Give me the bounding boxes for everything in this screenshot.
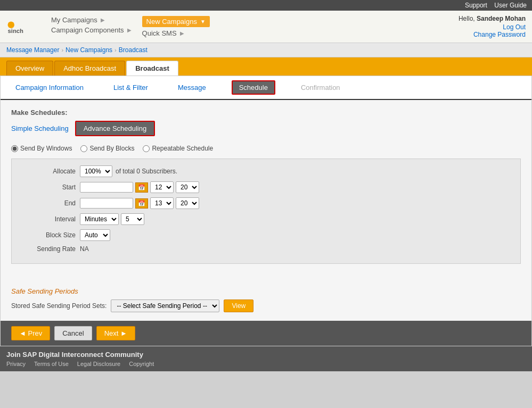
stored-label: Stored Safe Sending Period Sets: bbox=[11, 302, 107, 310]
start-date-field[interactable]: 23 May 2018 bbox=[80, 182, 133, 193]
end-row: End 23 May 2018 📅 131214 200510 bbox=[22, 197, 510, 209]
safe-sending-row: Stored Safe Sending Period Sets: -- Sele… bbox=[11, 299, 521, 312]
view-button[interactable]: View bbox=[224, 299, 253, 312]
nav-my-campaigns[interactable]: My Campaigns ▶ bbox=[51, 16, 132, 24]
start-hour-select[interactable]: 12121314 bbox=[150, 181, 174, 193]
user-guide-link[interactable]: User Guide bbox=[494, 2, 527, 9]
end-min-select[interactable]: 200510 bbox=[176, 197, 199, 209]
end-calendar-icon[interactable]: 📅 bbox=[135, 198, 148, 209]
step-campaign-information[interactable]: Campaign Information bbox=[11, 81, 88, 94]
total-subscribers: of total 0 Subscribers. bbox=[116, 168, 177, 175]
allocate-label: Allocate bbox=[22, 168, 76, 175]
footer: Join SAP Digital Interconnect Community … bbox=[0, 346, 532, 371]
nav-new-campaigns[interactable]: New Campaigns ▼ bbox=[142, 16, 210, 27]
schedule-form-rows: Allocate 100% 75% 50% 25% of total 0 Sub… bbox=[11, 159, 521, 264]
start-label: Start bbox=[22, 184, 76, 191]
end-label: End bbox=[22, 199, 76, 207]
footer-title: Join SAP Digital Interconnect Community bbox=[6, 351, 526, 359]
breadcrumb: Message Manager › New Campaigns › Broadc… bbox=[0, 43, 532, 57]
tab-overview[interactable]: Overview bbox=[6, 61, 53, 76]
breadcrumb-new-campaigns[interactable]: New Campaigns bbox=[66, 46, 112, 54]
footer-copyright-link[interactable]: Copyright bbox=[129, 361, 154, 367]
nav-campaign-components[interactable]: Campaign Components ▶ bbox=[51, 26, 132, 34]
block-size-select[interactable]: Auto1005001000 bbox=[80, 229, 110, 241]
dropdown-icon: ▼ bbox=[200, 19, 206, 24]
safe-sending-select[interactable]: -- Select Safe Sending Period -- bbox=[111, 299, 219, 312]
end-date-input: 23 May 2018 📅 131214 200510 bbox=[80, 197, 199, 209]
safe-sending-section: Safe Sending Periods Stored Safe Sending… bbox=[1, 281, 531, 321]
interval-value-select[interactable]: 5101530 bbox=[121, 213, 144, 225]
sending-rate-value: NA bbox=[80, 245, 89, 253]
user-name: Sandeep Mohan bbox=[477, 15, 526, 22]
step-message[interactable]: Message bbox=[174, 81, 210, 94]
nav-quick-sms[interactable]: Quick SMS ▶ bbox=[142, 29, 210, 37]
simple-scheduling-link[interactable]: Simple Scheduling bbox=[11, 124, 69, 132]
next-button[interactable]: Next ► bbox=[96, 326, 135, 340]
schedule-buttons: Simple Scheduling Advance Scheduling bbox=[11, 121, 521, 136]
top-bar: Support User Guide bbox=[0, 0, 532, 11]
step-list-filter[interactable]: List & Filter bbox=[109, 81, 152, 94]
change-password-link[interactable]: Change Password bbox=[459, 31, 526, 38]
end-date-field[interactable]: 23 May 2018 bbox=[80, 198, 133, 209]
prev-button[interactable]: ◄ Prev bbox=[11, 326, 50, 340]
footer-privacy-link[interactable]: Privacy bbox=[6, 361, 26, 367]
end-hour-select[interactable]: 131214 bbox=[150, 197, 174, 209]
arrow-icon: ▶ bbox=[101, 17, 105, 23]
sending-rate-label: Sending Rate bbox=[22, 245, 76, 253]
interval-row: Interval MinutesHoursDays 5101530 bbox=[22, 213, 510, 225]
allocate-select[interactable]: 100% 75% 50% 25% bbox=[80, 165, 112, 177]
tab-adhoc-broadcast[interactable]: Adhoc Broadcast bbox=[54, 61, 125, 76]
svg-point-0 bbox=[8, 21, 15, 28]
interval-label: Interval bbox=[22, 215, 76, 223]
start-min-select[interactable]: 20051015 bbox=[176, 181, 199, 193]
footer-terms-link[interactable]: Terms of Use bbox=[34, 361, 69, 367]
footer-links: Privacy Terms of Use Legal Disclosure Co… bbox=[6, 361, 526, 367]
footer-legal-link[interactable]: Legal Disclosure bbox=[77, 361, 120, 367]
form-area: Make Schedules: Simple Scheduling Advanc… bbox=[1, 100, 531, 281]
action-buttons: ◄ Prev Cancel Next ► bbox=[1, 321, 531, 346]
step-tabs: Campaign Information List & Filter Messa… bbox=[1, 76, 531, 100]
cancel-button[interactable]: Cancel bbox=[54, 326, 92, 340]
breadcrumb-broadcast[interactable]: Broadcast bbox=[119, 46, 148, 54]
support-link[interactable]: Support bbox=[465, 2, 487, 9]
sending-rate-row: Sending Rate NA bbox=[22, 245, 510, 253]
step-schedule[interactable]: Schedule bbox=[232, 80, 275, 95]
safe-sending-title: Safe Sending Periods bbox=[11, 287, 521, 295]
allocate-row: Allocate 100% 75% 50% 25% of total 0 Sub… bbox=[22, 165, 510, 177]
step-confirmation[interactable]: Confirmation bbox=[297, 81, 345, 94]
radio-repeatable-schedule[interactable]: Repeatable Schedule bbox=[143, 145, 213, 152]
breadcrumb-sep-1: › bbox=[61, 47, 63, 53]
make-schedules-label: Make Schedules: bbox=[11, 109, 521, 116]
header: sinch My Campaigns ▶ Campaign Components… bbox=[0, 11, 532, 43]
advance-scheduling-button[interactable]: Advance Scheduling bbox=[75, 121, 155, 136]
tab-broadcast[interactable]: Broadcast bbox=[126, 61, 178, 76]
send-option-group: Send By Windows Send By Blocks Repeatabl… bbox=[11, 145, 521, 152]
hello-text: Hello, Sandeep Mohan bbox=[459, 15, 526, 22]
breadcrumb-message-manager[interactable]: Message Manager bbox=[6, 46, 59, 54]
arrow-icon: ▶ bbox=[127, 27, 132, 33]
block-size-row: Block Size Auto1005001000 bbox=[22, 229, 510, 241]
radio-send-by-windows[interactable]: Send By Windows bbox=[11, 145, 72, 152]
tabs-bar: Overview Adhoc Broadcast Broadcast bbox=[0, 57, 532, 76]
radio-send-by-blocks[interactable]: Send By Blocks bbox=[80, 145, 134, 152]
block-size-label: Block Size bbox=[22, 231, 76, 239]
svg-text:sinch: sinch bbox=[8, 27, 24, 34]
arrow-icon: ▶ bbox=[180, 30, 184, 36]
nav-group-new: New Campaigns ▼ Quick SMS ▶ bbox=[142, 16, 210, 37]
start-calendar-icon[interactable]: 📅 bbox=[135, 182, 148, 193]
start-date-input: 23 May 2018 📅 12121314 20051015 bbox=[80, 181, 199, 193]
nav-group-campaigns: My Campaigns ▶ Campaign Components ▶ bbox=[51, 16, 132, 37]
breadcrumb-sep-2: › bbox=[114, 47, 117, 53]
header-nav: My Campaigns ▶ Campaign Components ▶ New… bbox=[51, 16, 459, 37]
logout-link[interactable]: Log Out bbox=[459, 23, 526, 31]
content-area: Campaign Information List & Filter Messa… bbox=[0, 76, 532, 346]
logo: sinch bbox=[6, 18, 35, 36]
interval-type-select[interactable]: MinutesHoursDays bbox=[80, 213, 119, 225]
start-row: Start 23 May 2018 📅 12121314 20051015 bbox=[22, 181, 510, 193]
header-user: Hello, Sandeep Mohan Log Out Change Pass… bbox=[459, 15, 526, 38]
